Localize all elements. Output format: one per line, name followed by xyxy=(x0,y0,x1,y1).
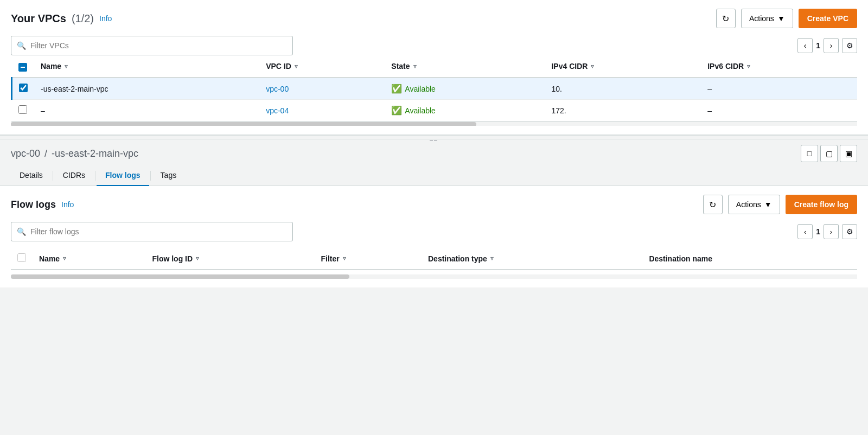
flow-logs-id-sort-icon: ▿ xyxy=(196,255,199,262)
breadcrumb-vpc-id: vpc-00 xyxy=(11,148,40,159)
flow-logs-search-input[interactable] xyxy=(30,227,287,236)
vpc-state-sort-icon: ▿ xyxy=(413,63,417,70)
vpc-count: (1/2) xyxy=(72,12,94,25)
vpc-info-link[interactable]: Info xyxy=(99,14,112,23)
flow-logs-actions-button[interactable]: Actions ▼ xyxy=(728,195,780,214)
vpc-scrollbar-thumb xyxy=(11,122,476,126)
vpc-search-bar[interactable]: 🔍 xyxy=(11,36,293,55)
flow-logs-actions-label: Actions xyxy=(736,200,761,209)
vpc-row1-checkbox[interactable] xyxy=(19,84,28,92)
vpc-prev-page-button[interactable]: ‹ xyxy=(797,38,813,53)
vpc-search-input[interactable] xyxy=(30,41,287,50)
vpc-select-all-cell xyxy=(12,55,35,78)
flow-logs-col-filter[interactable]: Filter ▿ xyxy=(315,248,422,270)
flow-logs-table: Name ▿ Flow log ID ▿ Fil xyxy=(11,248,857,270)
flow-logs-select-all-checkbox[interactable] xyxy=(17,253,26,262)
tab-tags[interactable]: Tags xyxy=(152,165,186,186)
flow-logs-dest-type-sort-icon: ▿ xyxy=(490,255,494,262)
vpc-ipv4-sort-icon: ▿ xyxy=(591,63,594,70)
vpc-top-actions: ↻ Actions ▼ Create VPC xyxy=(716,9,857,28)
vpc-title-text: Your VPCs xyxy=(11,12,66,25)
flow-logs-col-id[interactable]: Flow log ID ▿ xyxy=(145,248,314,270)
flow-logs-title-text: Flow logs xyxy=(11,199,56,210)
vpc-row1-status-icon: ✅ xyxy=(391,84,402,94)
vpc-row2-checkbox-cell xyxy=(12,100,35,121)
vpc-table-scrollbar[interactable] xyxy=(11,121,857,126)
vpc-actions-label: Actions xyxy=(749,14,774,23)
flow-logs-scrollbar[interactable] xyxy=(11,274,857,279)
view-expanded-button[interactable]: □ xyxy=(801,145,818,162)
view-split-button[interactable]: ▢ xyxy=(820,145,838,162)
vpc-col-id[interactable]: VPC ID ▿ xyxy=(259,55,385,78)
vpc-page-number: 1 xyxy=(816,41,820,50)
vpc-col-ipv6[interactable]: IPv6 CIDR ▿ xyxy=(701,55,857,78)
flow-logs-search-bar[interactable]: 🔍 xyxy=(11,222,293,241)
vpc-panel-header: Your VPCs (1/2) Info ↻ Actions ▼ Create … xyxy=(11,9,857,28)
flow-logs-search-row: 🔍 ‹ 1 › ⚙ xyxy=(11,222,857,241)
flow-logs-info-link[interactable]: Info xyxy=(61,200,74,209)
vpc-row1-name: -us-east-2-main-vpc xyxy=(34,78,259,100)
flow-logs-col-name[interactable]: Name ▿ xyxy=(33,248,145,270)
vpc-settings-button[interactable]: ⚙ xyxy=(842,38,857,53)
tab-details[interactable]: Details xyxy=(11,165,52,186)
divider-handle-icon: ⎯⎯ xyxy=(430,135,438,140)
flow-logs-page-number: 1 xyxy=(816,227,820,236)
vpc-row2-state: ✅ Available xyxy=(385,100,545,121)
vpc-row2-status-icon: ✅ xyxy=(391,105,402,116)
tab-flow-logs[interactable]: Flow logs xyxy=(97,165,149,186)
vpc-col-ipv4[interactable]: IPv4 CIDR ▿ xyxy=(545,55,701,78)
flow-logs-actions-chevron-icon: ▼ xyxy=(764,200,772,209)
vpc-row2-ipv4: 172. xyxy=(545,100,701,121)
flow-logs-refresh-button[interactable]: ↻ xyxy=(703,195,723,214)
vpc-col-name[interactable]: Name ▿ xyxy=(34,55,259,78)
tab-divider-1 xyxy=(53,171,53,181)
breadcrumb-vpc-name: -us-east-2-main-vpc xyxy=(52,148,138,159)
flow-logs-prev-page-button[interactable]: ‹ xyxy=(797,224,813,239)
tab-divider-3 xyxy=(150,171,151,181)
vpc-row1-ipv6: – xyxy=(701,78,857,100)
flow-logs-col-dest-name[interactable]: Destination name xyxy=(642,248,857,270)
vpc-panel: Your VPCs (1/2) Info ↻ Actions ▼ Create … xyxy=(0,0,868,135)
table-row[interactable]: -us-east-2-main-vpc vpc-00 ✅ Available 1… xyxy=(12,78,858,100)
vpc-name-sort-icon: ▿ xyxy=(65,63,68,70)
flow-logs-select-all-cell xyxy=(11,248,33,270)
tab-divider-2 xyxy=(95,171,95,181)
detail-tabs: Details CIDRs Flow logs Tags xyxy=(0,165,868,186)
vpc-row1-ipv4: 10. xyxy=(545,78,701,100)
vpc-panel-title: Your VPCs (1/2) Info xyxy=(11,12,112,25)
vpc-table-controls: 🔍 ‹ 1 › ⚙ xyxy=(11,36,857,55)
vpc-col-state[interactable]: State ▿ xyxy=(385,55,545,78)
vpc-row2-checkbox[interactable] xyxy=(18,105,27,114)
vpc-actions-button[interactable]: Actions ▼ xyxy=(741,9,793,28)
vpc-select-all-checkbox[interactable] xyxy=(18,63,27,72)
view-collapsed-button[interactable]: ▣ xyxy=(840,145,857,162)
vpc-table: Name ▿ VPC ID ▿ State ▿ xyxy=(11,55,857,121)
create-flow-log-button[interactable]: Create flow log xyxy=(786,195,857,214)
vpc-next-page-button[interactable]: › xyxy=(824,38,839,53)
vpc-table-container: Name ▿ VPC ID ▿ State ▿ xyxy=(11,55,857,121)
vpc-row1-id[interactable]: vpc-00 xyxy=(259,78,385,100)
vpc-ipv6-sort-icon: ▿ xyxy=(747,63,750,70)
vpc-row1-state: ✅ Available xyxy=(385,78,545,100)
vpc-id-sort-icon: ▿ xyxy=(295,63,298,70)
vpc-refresh-button[interactable]: ↻ xyxy=(716,9,736,28)
vpc-row2-ipv6: – xyxy=(701,100,857,121)
view-controls: □ ▢ ▣ xyxy=(801,145,857,162)
table-row[interactable]: – vpc-04 ✅ Available 172. – xyxy=(12,100,858,121)
vpc-search-icon: 🔍 xyxy=(17,41,26,50)
detail-panel: vpc-00 / -us-east-2-main-vpc □ ▢ ▣ Detai… xyxy=(0,139,868,287)
tab-cidrs[interactable]: CIDRs xyxy=(54,165,94,186)
flow-logs-table-container: Name ▿ Flow log ID ▿ Fil xyxy=(11,248,857,270)
panel-divider[interactable]: ⎯⎯ xyxy=(0,135,868,139)
flow-logs-header: Flow logs Info ↻ Actions ▼ Create flow l… xyxy=(11,195,857,214)
flow-logs-name-sort-icon: ▿ xyxy=(63,255,66,262)
flow-logs-title: Flow logs Info xyxy=(11,199,74,210)
vpc-row2-id[interactable]: vpc-04 xyxy=(259,100,385,121)
create-vpc-button[interactable]: Create VPC xyxy=(799,9,857,28)
breadcrumb-separator: / xyxy=(44,148,47,159)
flow-logs-col-dest-type[interactable]: Destination type ▿ xyxy=(422,248,642,270)
flow-logs-section: Flow logs Info ↻ Actions ▼ Create flow l… xyxy=(0,186,868,287)
flow-logs-settings-button[interactable]: ⚙ xyxy=(842,224,857,239)
flow-logs-next-page-button[interactable]: › xyxy=(824,224,839,239)
flow-logs-filter-sort-icon: ▿ xyxy=(343,255,346,262)
